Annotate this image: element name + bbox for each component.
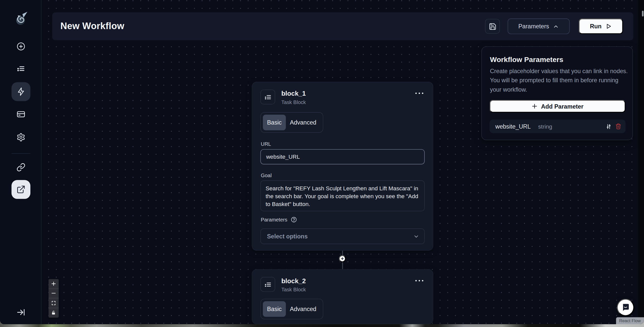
react-flow-attribution: React Flow <box>616 317 644 324</box>
task-block-icon <box>260 90 275 104</box>
sidebar-divider <box>11 153 30 154</box>
zoom-in-button[interactable] <box>49 279 59 289</box>
workflow-parameters-panel: Workflow Parameters Create placeholder v… <box>481 46 633 140</box>
lock-toggle-button[interactable] <box>49 308 59 318</box>
chevron-up-icon <box>553 23 559 29</box>
tab-advanced[interactable]: Advanced <box>287 301 319 317</box>
sidebar-item-settings[interactable] <box>11 128 30 147</box>
parameters-select-placeholder: Select options <box>267 233 308 240</box>
sliders-icon[interactable] <box>605 123 612 130</box>
arrow-right-to-line-icon <box>16 308 26 317</box>
node-title: block_2 <box>281 277 306 285</box>
scrollbar-track[interactable] <box>638 0 644 324</box>
workflow-node-block-1[interactable]: block_1 Task Block Basic Advanced URL Go… <box>252 82 433 251</box>
node-menu-button[interactable] <box>414 277 425 284</box>
play-icon <box>605 23 612 30</box>
gear-icon <box>16 133 26 142</box>
external-link-icon <box>16 185 26 194</box>
link-icon <box>16 163 26 172</box>
zoom-out-icon <box>51 291 56 296</box>
parameter-row: website_URL string <box>489 119 625 133</box>
sidebar <box>0 0 41 324</box>
ellipsis-icon <box>415 92 424 95</box>
chat-bubble-icon <box>620 302 630 312</box>
edge-add-icon: + <box>341 256 344 261</box>
list-icon <box>16 64 26 73</box>
sidebar-item-integrations[interactable] <box>11 158 30 177</box>
chat-widget-button[interactable] <box>617 299 634 316</box>
parameters-field-row: Parameters <box>261 217 297 223</box>
plus-icon <box>532 103 538 109</box>
plus-circle-icon <box>16 42 26 51</box>
tab-advanced[interactable]: Advanced <box>287 115 319 130</box>
node-type-label: Task Block <box>281 287 306 293</box>
page-title: New Workflow <box>60 12 124 40</box>
sidebar-item-workflows[interactable] <box>11 82 30 101</box>
parameters-field-label: Parameters <box>261 217 287 223</box>
tab-basic[interactable]: Basic <box>263 301 286 317</box>
skyvern-dragon-logo <box>14 10 28 27</box>
panel-title: Workflow Parameters <box>490 55 563 64</box>
run-button-label: Run <box>590 23 602 30</box>
trash-icon[interactable] <box>615 123 621 129</box>
save-icon <box>488 22 496 30</box>
node-type-label: Task Block <box>281 99 306 105</box>
workflow-node-block-2[interactable]: block_2 Task Block Basic Advanced <box>252 269 433 324</box>
task-block-icon <box>260 277 275 292</box>
desktop: New Workflow Parameters Run <box>0 0 644 327</box>
canvas-controls <box>49 279 59 318</box>
help-circle-icon[interactable] <box>291 217 297 223</box>
fit-view-button[interactable] <box>49 298 59 308</box>
unlock-icon <box>51 310 56 315</box>
panel-description: Create placeholder values that you can l… <box>490 67 628 94</box>
url-input[interactable] <box>260 149 424 164</box>
sidebar-item-billing[interactable] <box>11 105 30 124</box>
parameters-select[interactable]: Select options <box>260 229 424 244</box>
sidebar-item-create[interactable] <box>11 37 30 56</box>
url-field-label: URL <box>261 141 271 147</box>
node-mode-tabs: Basic Advanced <box>260 299 323 319</box>
goal-textarea[interactable]: Search for "REFY Lash Sculpt Lengthen an… <box>260 180 424 211</box>
zoom-in-icon <box>51 281 56 286</box>
zap-icon <box>16 87 26 96</box>
sidebar-item-open-app[interactable] <box>11 180 30 199</box>
goal-field-label: Goal <box>261 173 272 178</box>
parameters-toggle-button[interactable]: Parameters <box>508 18 570 34</box>
credit-card-icon <box>16 110 26 119</box>
add-parameter-label: Add Parameter <box>541 103 583 110</box>
node-menu-button[interactable] <box>414 90 425 97</box>
node-title: block_1 <box>281 90 306 97</box>
sidebar-collapse-button[interactable] <box>11 303 30 322</box>
run-button[interactable]: Run <box>579 18 623 34</box>
parameter-name: website_URL <box>495 123 531 130</box>
save-button[interactable] <box>485 19 500 34</box>
add-parameter-button[interactable]: Add Parameter <box>489 100 625 113</box>
zoom-out-button[interactable] <box>49 289 59 298</box>
edge-add-block-button[interactable]: + <box>339 255 346 262</box>
parameters-button-label: Parameters <box>518 23 549 30</box>
scrollbar-thumb[interactable] <box>642 11 643 16</box>
fit-view-icon <box>51 300 56 306</box>
topbar: New Workflow Parameters Run <box>52 12 633 40</box>
parameter-type: string <box>538 123 552 130</box>
app-window: New Workflow Parameters Run <box>0 0 644 324</box>
ellipsis-icon <box>415 279 424 282</box>
tab-basic[interactable]: Basic <box>263 115 286 130</box>
sidebar-item-runs[interactable] <box>11 59 30 78</box>
chevron-down-icon <box>413 233 419 239</box>
node-mode-tabs: Basic Advanced <box>260 112 323 133</box>
